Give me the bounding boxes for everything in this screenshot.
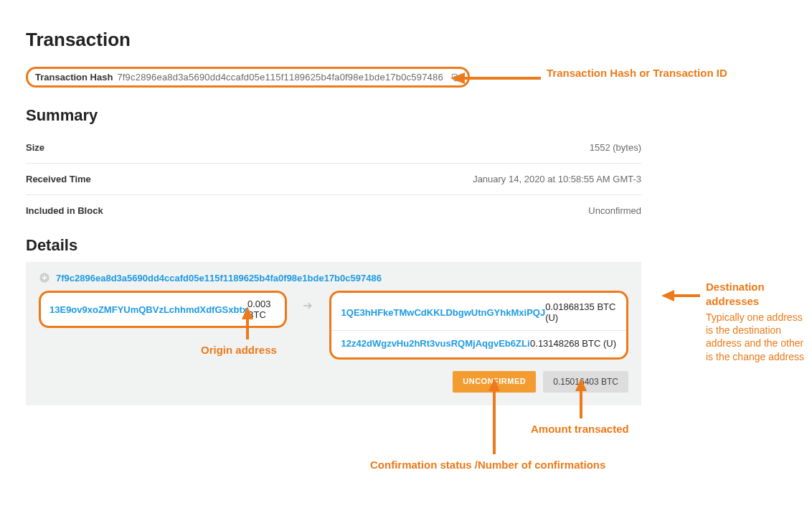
arrow-icon (287, 291, 329, 312)
annotation-confirmation: Confirmation status /Number of confirmat… (370, 458, 605, 472)
summary-row-included-block: Included in Block Unconfirmed (26, 195, 641, 226)
status-row: UNCONFIRMED 0.15016403 BTC (39, 371, 628, 393)
output-row: 1QE3hHFkeTMwCdKKLDbgwUtnGYhkMxiPQJ 0.018… (331, 294, 626, 330)
detail-hash-link[interactable]: 7f9c2896ea8d3a5690dd4ccafd05e115f1189625… (56, 273, 382, 283)
svg-marker-13 (488, 378, 500, 391)
page-title: Transaction (26, 29, 641, 51)
annotation-destination-title: Destination addresses (706, 280, 806, 308)
output-amount: 0.01868135 BTC (U) (545, 301, 616, 323)
annotation-amount: Amount transacted (531, 422, 629, 436)
details-heading: Details (26, 236, 641, 255)
summary-heading: Summary (26, 106, 641, 125)
transaction-hash-row: Transaction Hash 7f9c2896ea8d3a5690dd4cc… (26, 67, 470, 88)
summary-value: 1552 (bytes) (590, 142, 641, 153)
output-address-link[interactable]: 12z42dWgzvHu2hRt3vusRQMjAqgvEb6ZLi (341, 338, 530, 349)
svg-marker-11 (575, 378, 587, 391)
summary-row-received-time: Received Time January 14, 2020 at 10:58:… (26, 164, 641, 195)
annotation-destination: Destination addresses Typically one addr… (706, 280, 806, 363)
annotation-destination-sub: Typically one address is the destination… (706, 311, 806, 363)
output-row: 12z42dWgzvHu2hRt3vusRQMjAqgvEb6ZLi 0.131… (331, 330, 626, 356)
svg-marker-5 (450, 72, 465, 84)
summary-value: Unconfirmed (588, 205, 641, 216)
summary-label: Received Time (26, 174, 91, 184)
transaction-hash-label: Transaction Hash (35, 72, 113, 83)
summary-label: Included in Block (26, 205, 103, 216)
annotation-origin: Origin address (201, 343, 277, 357)
output-amount: 0.13148268 BTC (U) (530, 338, 616, 349)
svg-marker-9 (661, 290, 674, 301)
svg-marker-7 (242, 306, 253, 319)
annotation-hash: Transaction Hash or Transaction ID (547, 66, 727, 80)
summary-row-size: Size 1552 (bytes) (26, 132, 641, 164)
io-row: 13E9ov9xoZMFYUmQBVzLchhmdXdfGSxbtx 0.003… (39, 291, 628, 360)
output-box: 1QE3hHFkeTMwCdKKLDbgwUtnGYhkMxiPQJ 0.018… (329, 291, 628, 360)
expand-icon[interactable] (39, 272, 50, 283)
detail-hash-line: 7f9c2896ea8d3a5690dd4ccafd05e115f1189625… (39, 272, 628, 283)
summary-value: January 14, 2020 at 10:58:55 AM GMT-3 (473, 174, 641, 184)
output-address-link[interactable]: 1QE3hHFkeTMwCdKKLDbgwUtnGYhkMxiPQJ (341, 307, 546, 318)
summary-label: Size (26, 142, 44, 153)
details-panel: 7f9c2896ea8d3a5690dd4ccafd05e115f1189625… (26, 262, 641, 405)
input-address-link[interactable]: 13E9ov9xoZMFYUmQBVzLchhmdXdfGSxbtx (49, 304, 247, 315)
transaction-hash-value: 7f9c2896ea8d3a5690dd4ccafd05e115f1189625… (117, 72, 443, 83)
